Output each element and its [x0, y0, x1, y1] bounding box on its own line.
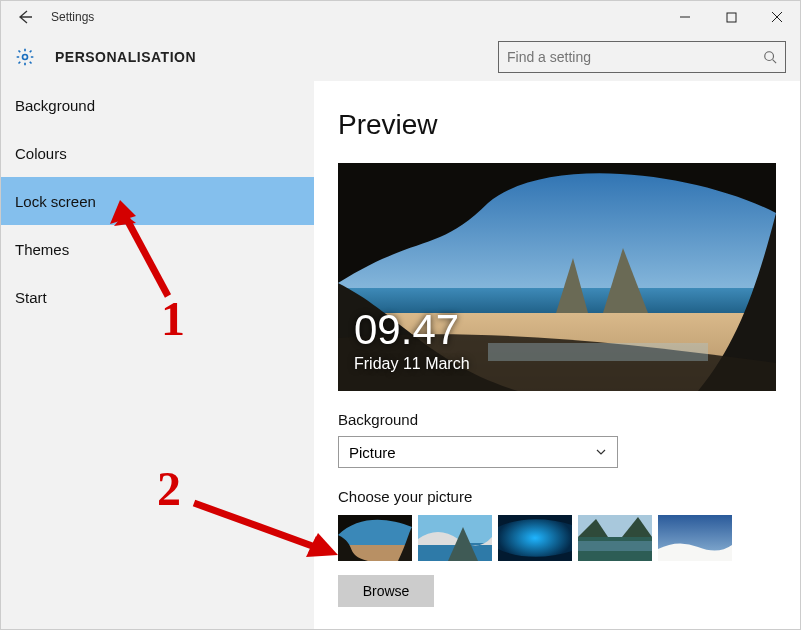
background-label: Background: [338, 411, 776, 428]
close-button[interactable]: [754, 1, 800, 33]
preview-heading: Preview: [338, 109, 776, 141]
annotation-1: 1: [161, 291, 185, 346]
sidebar-item-label: Lock screen: [15, 193, 96, 210]
annotation-2: 2: [157, 461, 181, 516]
svg-rect-1: [727, 13, 736, 22]
search-input[interactable]: [498, 41, 786, 73]
sidebar-item-colours[interactable]: Colours: [1, 129, 314, 177]
gear-icon: [15, 47, 35, 67]
thumb-cave-beach[interactable]: [338, 515, 412, 561]
svg-point-4: [23, 55, 28, 60]
window-title: Settings: [49, 10, 94, 24]
lock-date: Friday 11 March: [354, 355, 470, 373]
header-row: PERSONALISATION: [1, 33, 800, 81]
thumb-ice-cave[interactable]: [498, 515, 572, 561]
back-button[interactable]: [1, 1, 49, 33]
maximize-button[interactable]: [708, 1, 754, 33]
sidebar-item-label: Start: [15, 289, 47, 306]
close-icon: [771, 11, 783, 23]
thumb-clouds[interactable]: [658, 515, 732, 561]
sidebar-item-label: Colours: [15, 145, 67, 162]
search-icon: [763, 50, 777, 64]
svg-line-6: [773, 60, 777, 64]
chevron-down-icon: [595, 446, 607, 458]
lock-time: 09.47: [354, 309, 470, 351]
thumb-fjord[interactable]: [578, 515, 652, 561]
lockscreen-preview: 09.47 Friday 11 March: [338, 163, 776, 391]
sidebar-item-label: Background: [15, 97, 95, 114]
arrow-left-icon: [17, 9, 33, 25]
lockscreen-overlay: 09.47 Friday 11 March: [354, 309, 470, 373]
minimize-icon: [679, 11, 691, 23]
browse-button[interactable]: Browse: [338, 575, 434, 607]
sidebar-item-label: Themes: [15, 241, 69, 258]
search-field[interactable]: [507, 49, 763, 65]
sidebar-item-start[interactable]: Start: [1, 273, 314, 321]
minimize-button[interactable]: [662, 1, 708, 33]
background-dropdown[interactable]: Picture: [338, 436, 618, 468]
maximize-icon: [726, 12, 737, 23]
sidebar-item-themes[interactable]: Themes: [1, 225, 314, 273]
sidebar: Background Colours Lock screen Themes St…: [1, 81, 314, 629]
svg-rect-18: [578, 541, 652, 551]
sidebar-item-lock-screen[interactable]: Lock screen: [1, 177, 314, 225]
choose-picture-label: Choose your picture: [338, 488, 776, 505]
thumb-shore[interactable]: [418, 515, 492, 561]
sidebar-item-background[interactable]: Background: [1, 81, 314, 129]
titlebar: Settings: [1, 1, 800, 33]
svg-point-5: [765, 52, 774, 61]
picture-thumbnails: [338, 515, 776, 561]
content-area: Preview: [314, 81, 800, 629]
dropdown-value: Picture: [349, 444, 595, 461]
page-title: PERSONALISATION: [55, 49, 196, 65]
svg-rect-10: [488, 343, 708, 361]
